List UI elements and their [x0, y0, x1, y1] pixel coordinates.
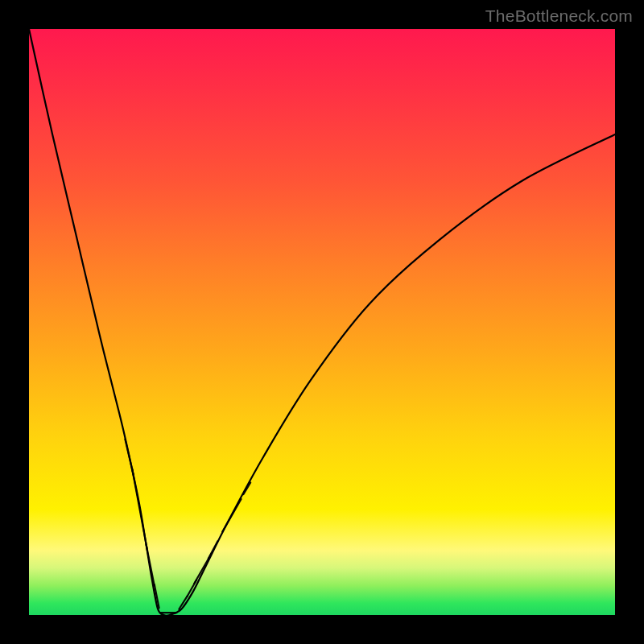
plot-area: [29, 29, 615, 615]
chart-frame: TheBottleneck.com: [0, 0, 644, 644]
watermark-text: TheBottleneck.com: [485, 6, 633, 26]
bottleneck-curve: [29, 29, 615, 616]
curve-svg: [29, 29, 615, 615]
